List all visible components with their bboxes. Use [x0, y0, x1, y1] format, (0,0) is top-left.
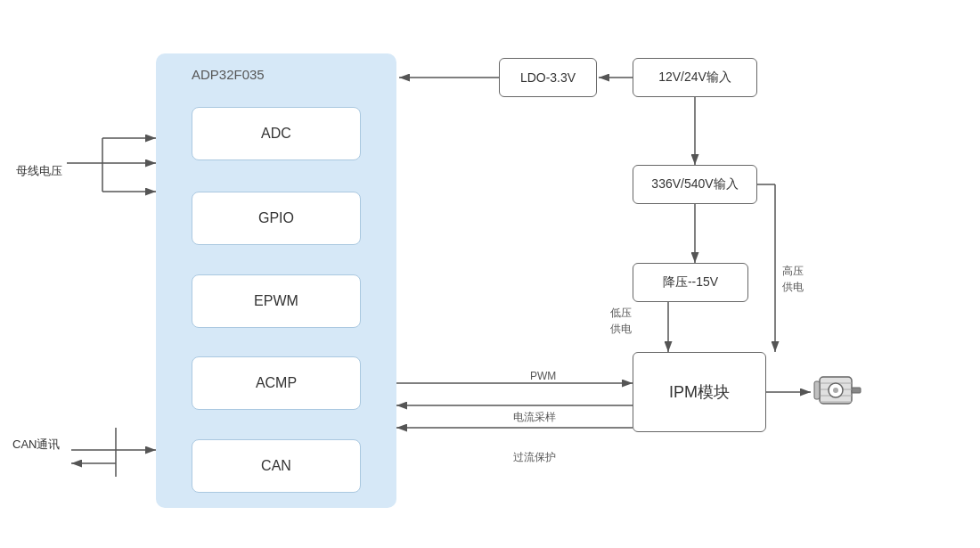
module-acmp: ACMP: [192, 356, 361, 410]
box-ipm: IPM模块: [633, 352, 766, 432]
pwm-label: PWM: [530, 370, 556, 382]
box-stepdown: 降压--15V: [633, 263, 748, 302]
box-12v24v: 12V/24V输入: [633, 58, 757, 97]
chip-label: ADP32F035: [192, 67, 265, 82]
bus-voltage-label: 母线电压: [16, 163, 62, 179]
svg-point-8: [833, 388, 838, 393]
motor-icon: [813, 364, 866, 417]
svg-rect-1: [852, 388, 861, 393]
overcurrent-label: 过流保护: [513, 450, 556, 465]
module-epwm: EPWM: [192, 274, 361, 328]
box-336v540v: 336V/540V输入: [633, 165, 757, 204]
diagram-container: ADP32F035 ADC GPIO EPWM ACMP CAN LDO-3.3…: [0, 0, 980, 548]
module-can: CAN: [192, 439, 361, 493]
low-voltage-label: 低压供电: [610, 305, 632, 337]
arrows-svg: [0, 0, 980, 548]
box-ldo: LDO-3.3V: [499, 58, 597, 97]
module-gpio: GPIO: [192, 192, 361, 245]
module-adc: ADC: [192, 107, 361, 160]
high-voltage-label: 高压供电: [782, 263, 804, 295]
current-sample-label: 电流采样: [513, 410, 556, 425]
can-comm-label: CAN通讯: [12, 437, 60, 453]
svg-rect-6: [814, 381, 820, 399]
